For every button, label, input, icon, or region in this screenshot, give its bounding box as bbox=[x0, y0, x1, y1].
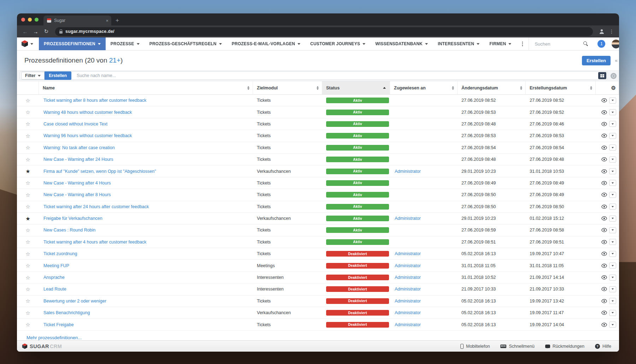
collapse-pane-icon[interactable]: « bbox=[615, 58, 618, 63]
table-row[interactable]: ☆ Warning: No task after case creation T… bbox=[17, 142, 619, 154]
process-name-link[interactable]: Lead Route bbox=[43, 287, 66, 292]
table-row[interactable]: ☆ Ticket Freigabe Tickets Deaktiviert Ad… bbox=[17, 319, 619, 330]
assigned-user-link[interactable]: Administrator bbox=[394, 322, 421, 327]
preview-eye-icon[interactable] bbox=[601, 287, 607, 291]
table-row[interactable]: ☆ New Case - Warning after 4 Hours Ticke… bbox=[17, 177, 619, 189]
preview-eye-icon[interactable] bbox=[601, 323, 607, 327]
footer-link-rueckmeldungen[interactable]: Rückmeldungen bbox=[545, 344, 584, 349]
table-row[interactable]: ☆ Ticket warning after 8 hours after cus… bbox=[17, 95, 619, 106]
process-name-link[interactable]: Freigabe für Verkaufschancen bbox=[43, 216, 102, 221]
preview-eye-icon[interactable] bbox=[601, 275, 607, 280]
favorite-star-icon[interactable]: ☆ bbox=[25, 110, 30, 115]
footer-link-mobiltelefon[interactable]: Mobiltelefon bbox=[460, 344, 490, 349]
nav-item-prozess-email-vorlagen[interactable]: PROZESS-E-MAIL-VORLAGEN bbox=[227, 37, 305, 50]
favorite-star-icon[interactable]: ☆ bbox=[25, 180, 30, 186]
nav-item-prozessdefinitionen[interactable]: PROZESSDEFINITIONEN bbox=[39, 37, 106, 50]
forward-button[interactable]: → bbox=[31, 27, 40, 36]
favorite-star-icon[interactable]: ☆ bbox=[25, 239, 30, 245]
nav-item-wissensdatenbank[interactable]: WISSENSDATENBANK bbox=[370, 37, 433, 50]
table-row[interactable]: ☆ Meeting FUP Meetings Deaktiviert Admin… bbox=[17, 260, 619, 271]
row-actions-dropdown[interactable] bbox=[609, 204, 616, 210]
process-name-link[interactable]: Case closed without Invoice Text bbox=[43, 122, 107, 127]
process-name-link[interactable]: Warning 48 hours without customer feedba… bbox=[43, 110, 132, 115]
row-actions-dropdown[interactable] bbox=[609, 298, 616, 304]
nav-item-prozess-geschaeftsregeln[interactable]: PROZESS-GESCHÄFTSREGELN bbox=[145, 37, 227, 50]
favorite-star-icon[interactable]: ☆ bbox=[25, 121, 30, 127]
row-actions-dropdown[interactable] bbox=[609, 109, 616, 115]
browser-profile-icon[interactable] bbox=[599, 29, 604, 34]
row-actions-dropdown[interactable] bbox=[609, 275, 616, 281]
table-row[interactable]: ☆ Warning 96 hours without customer feed… bbox=[17, 130, 619, 142]
reload-button[interactable]: ↻ bbox=[42, 27, 51, 36]
side-pane-toggle-icon[interactable] bbox=[611, 73, 617, 79]
table-row[interactable]: ☆ Warning 48 hours without customer feed… bbox=[17, 106, 619, 118]
table-row[interactable]: ☆ Ticket warning after 24 hours after cu… bbox=[17, 201, 619, 213]
assigned-user-link[interactable]: Administrator bbox=[394, 275, 421, 280]
row-actions-dropdown[interactable] bbox=[609, 121, 616, 127]
process-name-link[interactable]: Sales Benachrichtigung bbox=[43, 310, 90, 315]
assigned-user-link[interactable]: Administrator bbox=[394, 287, 421, 292]
filter-create-button[interactable]: Erstellen bbox=[45, 71, 71, 80]
assigned-user-link[interactable]: Administrator bbox=[394, 299, 421, 304]
preview-eye-icon[interactable] bbox=[601, 299, 607, 303]
process-name-link[interactable]: Ticket warning after 24 hours after cust… bbox=[43, 204, 149, 209]
table-row[interactable]: ☆ Ticket warning after 4 hours after cus… bbox=[17, 236, 619, 248]
assigned-user-link[interactable]: Administrator bbox=[394, 310, 421, 315]
table-row[interactable]: ☆ Ticket zuordnung Tickets Deaktiviert A… bbox=[17, 248, 619, 260]
process-name-link[interactable]: New Case - Warning after 8 Hours bbox=[43, 192, 111, 197]
grid-view-button[interactable] bbox=[598, 72, 606, 79]
row-actions-dropdown[interactable] bbox=[609, 263, 616, 269]
preview-eye-icon[interactable] bbox=[601, 252, 607, 256]
favorite-star-icon[interactable]: ☆ bbox=[25, 204, 30, 209]
process-name-link[interactable]: New Case - Warning after 24 Hours bbox=[43, 157, 113, 162]
preview-eye-icon[interactable] bbox=[601, 205, 607, 209]
tab-close-icon[interactable]: × bbox=[106, 18, 108, 23]
process-name-link[interactable]: Firma auf "Kunde" setzen, wenn Opp ist "… bbox=[43, 169, 156, 174]
header-zielmodul[interactable]: Zielmodul bbox=[253, 81, 322, 94]
table-row[interactable]: ☆ Bewertung unter 2 oder weniger Tickets… bbox=[17, 295, 619, 307]
row-actions-dropdown[interactable] bbox=[609, 286, 616, 292]
preview-eye-icon[interactable] bbox=[601, 146, 607, 150]
app-logo[interactable] bbox=[17, 37, 39, 50]
favorite-star-icon[interactable]: ☆ bbox=[25, 133, 30, 139]
notification-badge[interactable]: 1 bbox=[597, 40, 605, 48]
row-actions-dropdown[interactable] bbox=[609, 239, 616, 245]
global-search-input[interactable] bbox=[529, 41, 582, 47]
browser-tab[interactable]: Sugar × bbox=[43, 16, 111, 25]
header-status[interactable]: Status bbox=[322, 81, 390, 94]
column-settings-gear-icon[interactable]: ⚙ bbox=[596, 81, 619, 94]
row-actions-dropdown[interactable] bbox=[609, 322, 616, 328]
preview-eye-icon[interactable] bbox=[601, 134, 607, 138]
row-actions-dropdown[interactable] bbox=[609, 310, 616, 316]
favorite-star-icon[interactable]: ☆ bbox=[25, 251, 30, 257]
process-name-link[interactable]: Bewertung unter 2 oder weniger bbox=[43, 299, 106, 304]
favorite-star-icon[interactable]: ☆ bbox=[25, 310, 30, 316]
row-actions-dropdown[interactable] bbox=[609, 157, 616, 163]
row-actions-dropdown[interactable] bbox=[609, 227, 616, 233]
footer-link-schnellmenu[interactable]: Schnellmenü bbox=[500, 344, 534, 349]
table-row[interactable]: ☆ Sales Benachrichtigung Verkaufschancen… bbox=[17, 307, 619, 319]
favorite-star-icon[interactable]: ☆ bbox=[25, 287, 30, 292]
process-name-link[interactable]: Warning: No task after case creation bbox=[43, 145, 115, 150]
maximize-window-button[interactable] bbox=[35, 18, 39, 22]
process-name-link[interactable]: Warning 96 hours without customer feedba… bbox=[43, 133, 132, 138]
favorite-star-icon[interactable]: ★ bbox=[25, 169, 30, 174]
favorite-star-icon[interactable]: ☆ bbox=[25, 275, 30, 280]
preview-eye-icon[interactable] bbox=[601, 169, 607, 174]
favorite-star-icon[interactable]: ☆ bbox=[25, 98, 30, 103]
favorite-star-icon[interactable]: ☆ bbox=[25, 263, 30, 268]
table-row[interactable]: ☆ New Case - Warning after 8 Hours Ticke… bbox=[17, 189, 619, 201]
table-row[interactable]: ☆ Ansprache Interessenten Deaktiviert Ad… bbox=[17, 272, 619, 283]
browser-menu-icon[interactable]: ⋮ bbox=[609, 29, 614, 34]
list-search-input[interactable] bbox=[71, 73, 598, 78]
table-row[interactable]: ☆ Case closed without Invoice Text Ticke… bbox=[17, 118, 619, 130]
preview-eye-icon[interactable] bbox=[601, 193, 607, 197]
favorite-star-icon[interactable]: ☆ bbox=[25, 322, 30, 327]
preview-eye-icon[interactable] bbox=[601, 216, 607, 221]
table-row[interactable]: ☆ New Case - Warning after 24 Hours Tick… bbox=[17, 154, 619, 165]
row-actions-dropdown[interactable] bbox=[609, 180, 616, 186]
table-row[interactable]: ★ Freigabe für Verkaufschancen Verkaufsc… bbox=[17, 213, 619, 224]
search-icon[interactable] bbox=[583, 41, 588, 46]
assigned-user-link[interactable]: Administrator bbox=[394, 251, 421, 256]
preview-eye-icon[interactable] bbox=[601, 240, 607, 244]
